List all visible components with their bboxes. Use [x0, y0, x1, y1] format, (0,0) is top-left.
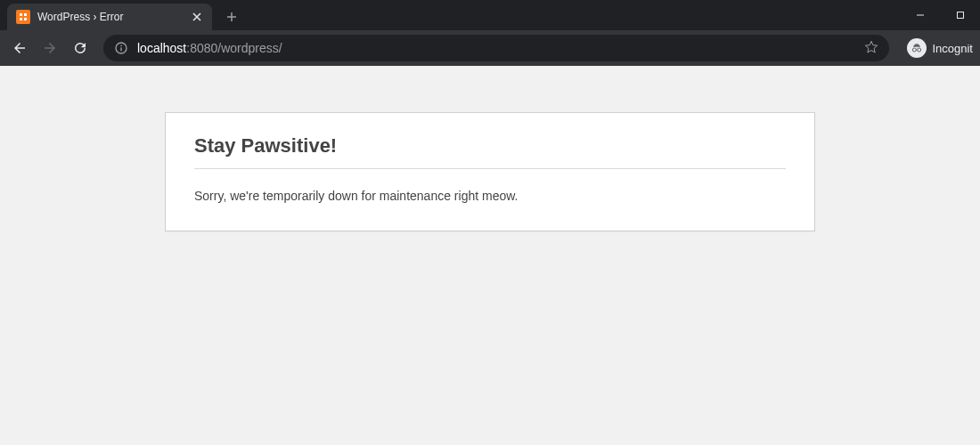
tab-close-button[interactable]	[191, 11, 203, 23]
browser-titlebar: WordPress › Error	[0, 0, 980, 30]
address-bar[interactable]: localhost:8080/wordpress/	[103, 35, 889, 61]
incognito-icon	[907, 38, 927, 58]
back-button[interactable]	[7, 36, 32, 61]
window-controls	[900, 0, 980, 30]
incognito-label: Incognit	[932, 42, 973, 55]
forward-button[interactable]	[37, 36, 62, 61]
incognito-indicator[interactable]: Incognit	[907, 38, 973, 58]
url-path: :8080/wordpress/	[186, 41, 282, 55]
url-text: localhost:8080/wordpress/	[137, 41, 282, 55]
tab-title: WordPress › Error	[37, 11, 184, 23]
bookmark-star-icon[interactable]	[864, 40, 878, 57]
svg-rect-3	[120, 47, 121, 51]
new-tab-button[interactable]	[219, 4, 244, 29]
svg-point-4	[913, 48, 917, 52]
error-card: Stay Pawsitive! Sorry, we're temporarily…	[165, 112, 815, 231]
error-message: Sorry, we're temporarily down for mainte…	[194, 187, 786, 206]
url-host: localhost	[137, 41, 186, 55]
reload-button[interactable]	[68, 36, 93, 61]
maximize-button[interactable]	[940, 0, 980, 30]
svg-rect-0	[957, 12, 963, 19]
svg-point-5	[918, 48, 921, 52]
page-viewport: Stay Pawsitive! Sorry, we're temporarily…	[0, 66, 980, 445]
minimize-button[interactable]	[900, 0, 940, 30]
browser-toolbar: localhost:8080/wordpress/ Incognit	[0, 30, 980, 66]
error-heading: Stay Pawsitive!	[194, 134, 786, 169]
svg-point-2	[120, 45, 122, 47]
xampp-favicon	[16, 10, 30, 24]
browser-tab[interactable]: WordPress › Error	[7, 4, 212, 30]
site-info-icon[interactable]	[114, 41, 128, 55]
